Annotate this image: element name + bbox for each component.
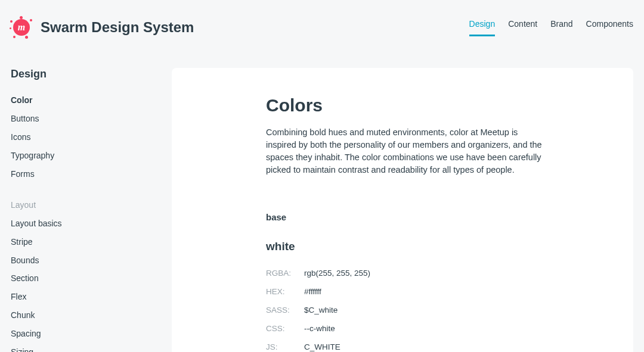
spec-key: JS: — [266, 342, 304, 351]
spec-key: CSS: — [266, 324, 304, 333]
content-card: Colors Combining bold hues and muted env… — [172, 68, 633, 352]
spec-row: HEX:#ffffff — [266, 282, 544, 301]
page-intro: Combining bold hues and muted environmen… — [266, 126, 544, 176]
sidebar-item-bounds[interactable]: Bounds — [11, 251, 148, 269]
main: Design ColorButtonsIconsTypographyFormsL… — [0, 45, 644, 352]
nav-components[interactable]: Components — [586, 19, 633, 36]
spec-value: #ffffff — [304, 287, 321, 296]
section-label: base — [266, 212, 544, 222]
header: m Swarm Design System DesignContentBrand… — [0, 0, 644, 45]
sidebar-heading: Design — [11, 68, 148, 80]
spec-row: CSS:--c-white — [266, 319, 544, 338]
spec-key: RGBA: — [266, 269, 304, 278]
content-wrap: Colors Combining bold hues and muted env… — [172, 68, 633, 352]
spec-key: SASS: — [266, 306, 304, 314]
nav-content[interactable]: Content — [508, 19, 537, 36]
sidebar-item-section[interactable]: Section — [11, 269, 148, 288]
sidebar-item-flex[interactable]: Flex — [11, 288, 148, 306]
sidebar-item-buttons[interactable]: Buttons — [11, 110, 148, 128]
spec-value: C_WHITE — [304, 342, 340, 351]
spec-row: RGBA:rgb(255, 255, 255) — [266, 264, 544, 282]
sidebar-item-chunk[interactable]: Chunk — [11, 306, 148, 325]
sidebar-item-stripe[interactable]: Stripe — [11, 232, 148, 251]
color-name: white — [266, 240, 544, 253]
sidebar-item-sizing[interactable]: Sizing — [11, 342, 148, 352]
sidebar: Design ColorButtonsIconsTypographyFormsL… — [11, 68, 148, 352]
spec-row: SASS:$C_white — [266, 301, 544, 319]
nav-design[interactable]: Design — [469, 19, 496, 36]
sidebar-item-forms[interactable]: Forms — [11, 164, 148, 183]
logo-icon: m — [11, 17, 32, 38]
spec-value: --c-white — [304, 324, 335, 333]
spec-key: HEX: — [266, 287, 304, 296]
spec-value: rgb(255, 255, 255) — [304, 269, 370, 278]
sidebar-item-layout-basics[interactable]: Layout basics — [11, 214, 148, 233]
nav-brand[interactable]: Brand — [550, 19, 572, 36]
sidebar-item-typography[interactable]: Typography — [11, 146, 148, 164]
color-specs: RGBA:rgb(255, 255, 255)HEX:#ffffffSASS:$… — [266, 264, 544, 352]
spec-row: JS:C_WHITE — [266, 338, 544, 352]
spec-value: $C_white — [304, 306, 338, 314]
header-left: m Swarm Design System — [11, 17, 194, 38]
sidebar-item-icons[interactable]: Icons — [11, 128, 148, 147]
sidebar-group-label: Layout — [11, 196, 148, 214]
site-title: Swarm Design System — [41, 19, 194, 36]
top-nav: DesignContentBrandComponents — [469, 19, 633, 36]
sidebar-item-spacing[interactable]: Spacing — [11, 324, 148, 342]
page-title: Colors — [266, 95, 544, 116]
sidebar-item-color[interactable]: Color — [11, 91, 148, 110]
